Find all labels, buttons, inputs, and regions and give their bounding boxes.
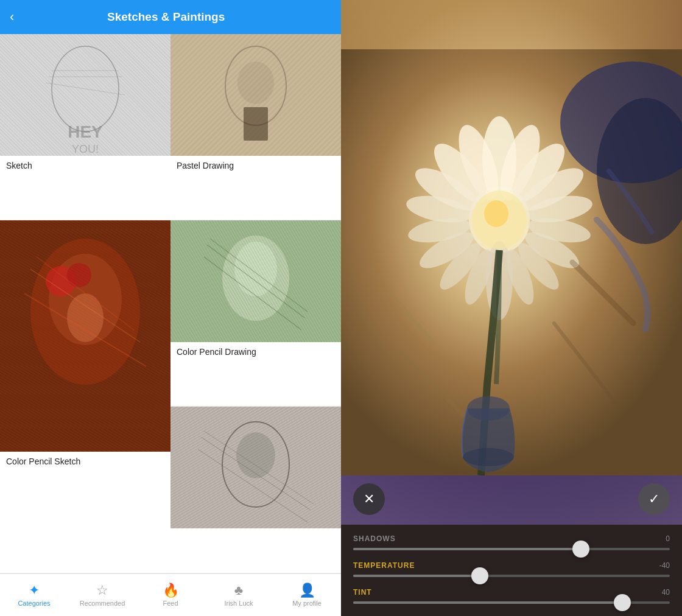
page-title: Sketches & Paintings (21, 10, 311, 24)
svg-point-22 (234, 242, 277, 296)
tab-bar: ✦ Categories ☆ Recommended 🔥 Feed ♣ Iris… (0, 573, 341, 616)
cpsketch-thumbnail (0, 220, 170, 452)
svg-rect-10 (244, 107, 268, 141)
shadows-fill (353, 548, 581, 550)
shadows-label: SHADOWS (353, 534, 396, 543)
sliders-section: SHADOWS 0 TEMPERATURE -40 TINT 40 (341, 525, 682, 616)
effect-item-cpsketch[interactable]: Color Pencil Sketch (0, 220, 170, 573)
tab-feed-label: Feed (163, 600, 178, 607)
tab-irish-luck[interactable]: ♣ Irish Luck (205, 574, 273, 616)
sketch-label: Sketch (0, 156, 170, 175)
tint-value: 40 (662, 588, 670, 597)
cpd-label: Color Pencil Drawing (170, 342, 341, 362)
svg-point-8 (225, 46, 286, 125)
svg-line-19 (37, 257, 134, 330)
svg-line-30 (198, 449, 308, 522)
svg-line-17 (30, 269, 140, 342)
svg-line-4 (46, 83, 125, 95)
tab-my-profile-label: My profile (292, 600, 322, 607)
shadows-slider-row: SHADOWS 0 (353, 534, 670, 550)
pastel-thumbnail (170, 34, 341, 156)
svg-point-13 (49, 254, 122, 345)
temperature-slider-row: TEMPERATURE -40 (353, 561, 670, 577)
left-panel: ‹ Sketches & Paintings HEY YOU! Sketch (0, 0, 341, 616)
temperature-header: TEMPERATURE -40 (353, 561, 670, 570)
effect-item-pastel[interactable]: Pastel Drawing (170, 34, 341, 220)
tint-thumb[interactable] (614, 594, 631, 611)
svg-point-57 (463, 448, 514, 466)
header: ‹ Sketches & Paintings (0, 0, 341, 34)
photo-area: ✕ ✓ (341, 0, 682, 525)
svg-point-15 (67, 263, 91, 287)
shadows-thumb[interactable] (572, 541, 589, 558)
confirm-button[interactable]: ✓ (638, 483, 670, 515)
svg-rect-20 (170, 220, 341, 342)
tint-label: TINT (353, 588, 372, 597)
tint-track[interactable] (353, 601, 670, 604)
svg-rect-11 (0, 220, 170, 452)
svg-line-24 (204, 257, 301, 330)
effect-item-cpd[interactable]: DEMO Color Pencil Drawing (170, 220, 341, 407)
tab-feed[interactable]: 🔥 Feed (136, 574, 205, 616)
cpd-thumbnail (170, 220, 341, 342)
svg-point-9 (237, 61, 274, 104)
sketch-thumbnail: HEY YOU! (0, 34, 170, 156)
temperature-fill (353, 575, 480, 577)
painting-background (341, 0, 682, 525)
tint-fill (353, 601, 622, 604)
svg-rect-0 (0, 34, 170, 156)
temperature-value: -40 (659, 561, 670, 570)
effect-item-sketch4[interactable]: DEMO (170, 407, 341, 573)
svg-line-31 (204, 431, 314, 504)
sketch4-thumbnail (170, 407, 341, 528)
temperature-track[interactable] (353, 575, 670, 577)
svg-line-18 (24, 293, 146, 366)
photo-controls: ✕ ✓ (341, 483, 682, 515)
shadows-track[interactable] (353, 548, 670, 550)
svg-point-55 (484, 200, 508, 227)
svg-line-23 (207, 245, 304, 318)
shadows-header: SHADOWS 0 (353, 534, 670, 543)
svg-point-12 (30, 239, 140, 385)
irish-luck-icon: ♣ (234, 584, 243, 597)
tab-recommended[interactable]: ☆ Recommended (68, 574, 136, 616)
right-panel: ✕ ✓ SHADOWS 0 TEMPERATURE -40 (341, 0, 682, 616)
svg-point-28 (236, 432, 275, 478)
tab-categories[interactable]: ✦ Categories (0, 574, 68, 616)
cpsketch-label: Color Pencil Sketch (0, 452, 170, 471)
svg-point-14 (46, 266, 76, 296)
svg-point-27 (222, 422, 289, 507)
recommended-icon: ☆ (96, 584, 108, 597)
temperature-thumb[interactable] (471, 567, 488, 584)
back-button[interactable]: ‹ (10, 10, 14, 24)
svg-line-25 (210, 239, 308, 312)
svg-text:HEY: HEY (68, 122, 103, 141)
categories-icon: ✦ (29, 584, 40, 597)
tint-slider-row: TINT 40 (353, 588, 670, 604)
shadows-value: 0 (666, 534, 670, 543)
tab-irish-luck-label: Irish Luck (224, 600, 253, 607)
pastel-label: Pastel Drawing (170, 156, 341, 175)
tab-my-profile[interactable]: 👤 My profile (273, 574, 341, 616)
tab-recommended-label: Recommended (80, 600, 125, 607)
effect-item-sketch[interactable]: HEY YOU! Sketch (0, 34, 170, 220)
svg-rect-7 (170, 34, 341, 156)
tab-categories-label: Categories (18, 600, 50, 607)
svg-point-21 (222, 236, 289, 321)
effects-grid: HEY YOU! Sketch Pastel Drawing (0, 34, 341, 573)
my-profile-icon: 👤 (299, 584, 315, 597)
feed-icon: 🔥 (163, 584, 179, 597)
svg-point-1 (52, 46, 119, 131)
svg-point-16 (67, 293, 104, 342)
cancel-button[interactable]: ✕ (353, 483, 385, 515)
svg-line-29 (201, 437, 311, 510)
svg-text:YOU!: YOU! (72, 143, 99, 155)
svg-rect-26 (170, 407, 341, 528)
temperature-label: TEMPERATURE (353, 561, 415, 570)
